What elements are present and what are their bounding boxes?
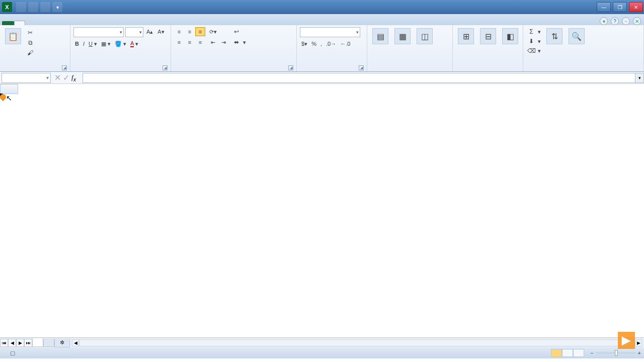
zoom-in-button[interactable]: + xyxy=(638,350,641,356)
shrink-font-button[interactable]: A▾ xyxy=(156,27,166,36)
underline-button[interactable]: U▾ xyxy=(87,39,99,48)
tab-insert[interactable] xyxy=(25,21,35,25)
tab-view[interactable] xyxy=(75,21,86,25)
formula-input[interactable] xyxy=(83,73,635,83)
window-restore-icon[interactable]: ▫ xyxy=(622,17,630,25)
merge-center-button[interactable]: ⬌▾ xyxy=(231,38,248,47)
paste-button[interactable]: 📋 xyxy=(3,27,23,46)
bold-button[interactable]: B xyxy=(73,39,80,48)
eraser-icon: ⌫ xyxy=(528,47,535,54)
view-normal-button[interactable] xyxy=(551,349,562,357)
italic-button[interactable]: I xyxy=(82,39,86,48)
hscroll-left[interactable]: ◀ xyxy=(72,339,79,346)
sheet-nav-prev[interactable]: ◀ xyxy=(8,339,16,347)
minimize-button[interactable]: — xyxy=(597,2,611,12)
window-close-icon[interactable]: ✕ xyxy=(633,17,641,25)
format-icon: ◧ xyxy=(502,28,518,44)
clear-button[interactable]: ⌫▾ xyxy=(526,46,542,55)
minimize-ribbon-icon[interactable]: ▾ xyxy=(600,17,608,25)
sheet-nav-last[interactable]: ⏭ xyxy=(24,339,32,347)
delete-icon: ⊟ xyxy=(480,28,496,44)
undo-button[interactable] xyxy=(28,2,38,12)
cancel-formula-icon[interactable]: ✕ xyxy=(54,73,61,82)
sheet-tab-sheet2[interactable] xyxy=(43,338,54,347)
maximize-button[interactable]: ❐ xyxy=(613,2,627,12)
view-page-layout-button[interactable] xyxy=(562,349,573,357)
percent-format-button[interactable]: % xyxy=(310,39,318,48)
help-icon[interactable]: ? xyxy=(611,17,619,25)
sigma-icon: Σ xyxy=(528,28,535,35)
tab-formulas[interactable] xyxy=(45,21,55,25)
delete-cells-button[interactable]: ⊟ xyxy=(478,27,498,46)
new-sheet-button[interactable]: ✲ xyxy=(54,338,70,347)
tab-data[interactable] xyxy=(55,21,65,25)
view-page-break-button[interactable] xyxy=(573,349,584,357)
comma-format-button[interactable]: , xyxy=(319,39,324,48)
tab-review[interactable] xyxy=(65,21,75,25)
font-color-button[interactable]: A▾ xyxy=(129,39,140,48)
expand-formula-bar[interactable]: ▾ xyxy=(635,73,644,83)
selection-marquee xyxy=(0,94,2,96)
new-sheet-icon: ✲ xyxy=(60,339,64,346)
alignment-dialog-launcher[interactable]: ◢ xyxy=(288,65,293,70)
number-format-combo[interactable] xyxy=(300,27,360,37)
zoom-slider[interactable] xyxy=(596,352,636,354)
format-cells-button[interactable]: ◧ xyxy=(500,27,520,46)
insert-cells-button[interactable]: ⊞ xyxy=(456,27,476,46)
font-dialog-launcher[interactable]: ◢ xyxy=(163,65,168,70)
worksheet-grid[interactable]: ✥↖ xyxy=(0,84,644,337)
redo-button[interactable] xyxy=(40,2,50,12)
cut-button[interactable]: ✂ xyxy=(25,28,37,37)
align-left-button[interactable]: ≡ xyxy=(174,38,184,47)
status-bar: ▢ − + xyxy=(0,347,644,358)
tab-file[interactable] xyxy=(2,21,14,25)
accounting-format-button[interactable]: $▾ xyxy=(300,39,309,48)
wrap-text-button[interactable]: ↩ xyxy=(231,27,248,36)
grow-font-button[interactable]: A▴ xyxy=(145,27,154,36)
conditional-icon: ▤ xyxy=(372,28,388,44)
autosum-button[interactable]: Σ▾ xyxy=(526,27,542,36)
fill-button[interactable]: ⬇▾ xyxy=(526,37,542,46)
align-bottom-button[interactable]: ≡ xyxy=(195,27,205,36)
orientation-button[interactable]: ⟳▾ xyxy=(208,27,218,36)
increase-decimal-button[interactable]: .0→ xyxy=(325,39,338,48)
excel-app-icon: X xyxy=(2,2,12,12)
tab-home[interactable] xyxy=(14,21,25,25)
increase-indent-button[interactable]: ⇥ xyxy=(218,38,228,47)
fill-color-button[interactable]: 🪣▾ xyxy=(113,39,128,48)
sheet-nav-next[interactable]: ▶ xyxy=(16,339,24,347)
font-size-combo[interactable] xyxy=(125,27,143,37)
hscroll-track[interactable] xyxy=(79,339,635,346)
fx-icon[interactable]: fx xyxy=(71,73,76,82)
sheet-tab-sheet1[interactable] xyxy=(32,338,43,347)
number-dialog-launcher[interactable]: ◢ xyxy=(359,65,364,70)
name-box[interactable] xyxy=(2,73,51,83)
font-name-combo[interactable] xyxy=(73,27,124,37)
decrease-indent-button[interactable]: ⇤ xyxy=(208,38,218,47)
tab-page-layout[interactable] xyxy=(35,21,45,25)
save-button[interactable] xyxy=(16,2,26,12)
conditional-formatting-button[interactable]: ▤ xyxy=(370,27,390,46)
format-as-table-button[interactable]: ▦ xyxy=(392,27,413,46)
zoom-out-button[interactable]: − xyxy=(590,350,593,356)
sheet-nav-first[interactable]: ⏮ xyxy=(0,339,8,347)
find-select-button[interactable]: 🔍 xyxy=(567,27,587,46)
grow-font-icon: A▴ xyxy=(146,29,153,35)
align-middle-button[interactable]: ≡ xyxy=(185,27,195,36)
cell-styles-button[interactable]: ◫ xyxy=(415,27,435,46)
align-right-button[interactable]: ≡ xyxy=(195,38,205,47)
borders-button[interactable]: ▦▾ xyxy=(100,39,112,48)
format-painter-button[interactable]: 🖌 xyxy=(25,48,37,57)
copy-button[interactable]: ⧉ xyxy=(25,38,37,47)
align-top-button[interactable]: ≡ xyxy=(174,27,184,36)
align-center-button[interactable]: ≡ xyxy=(185,38,195,47)
enter-formula-icon[interactable]: ✓ xyxy=(63,73,69,82)
macro-record-icon[interactable]: ▢ xyxy=(10,350,15,356)
hscroll-right[interactable]: ▶ xyxy=(635,339,642,346)
sort-filter-button[interactable]: ⇅ xyxy=(544,27,565,46)
clipboard-dialog-launcher[interactable]: ◢ xyxy=(62,65,67,70)
decrease-decimal-button[interactable]: ←.0 xyxy=(339,39,352,48)
close-button[interactable]: ✕ xyxy=(629,2,643,12)
qat-customize[interactable]: ▾ xyxy=(52,2,62,12)
select-all-corner[interactable] xyxy=(0,84,18,94)
